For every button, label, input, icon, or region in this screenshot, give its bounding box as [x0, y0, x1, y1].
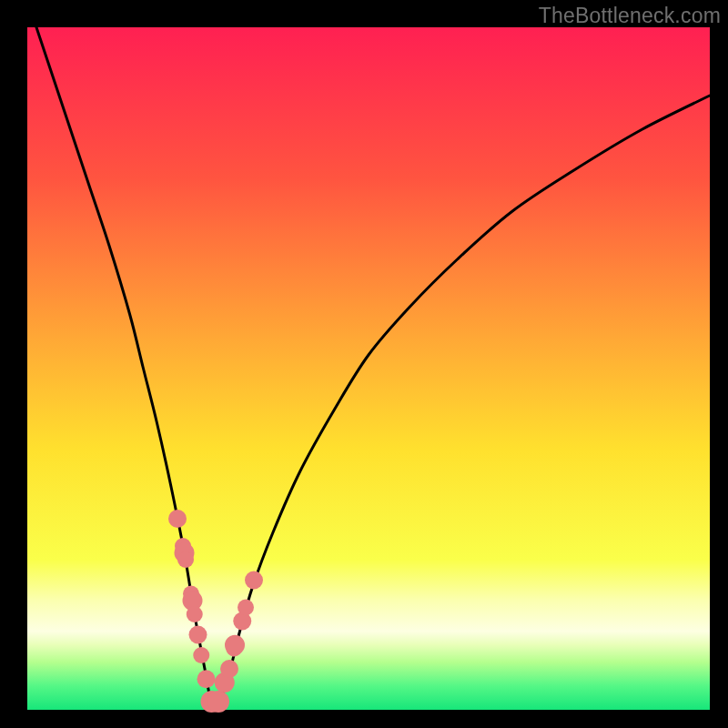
plot-area — [27, 27, 710, 710]
sample-dot — [238, 600, 254, 616]
sample-dot — [189, 626, 207, 644]
sample-dot — [197, 670, 216, 688]
sample-dot — [193, 647, 209, 663]
sample-dot — [245, 571, 263, 590]
chart-svg — [27, 27, 710, 710]
watermark-text: TheBottleneck.com — [539, 4, 721, 28]
sample-dot — [187, 606, 203, 622]
sample-dot — [207, 691, 229, 713]
sample-dot — [177, 551, 194, 568]
sample-dot — [225, 635, 245, 655]
sample-dot — [168, 510, 187, 528]
outer-black-frame: TheBottleneck.com — [0, 0, 728, 728]
bottleneck-curve — [27, 0, 710, 707]
sample-dot — [220, 660, 238, 678]
